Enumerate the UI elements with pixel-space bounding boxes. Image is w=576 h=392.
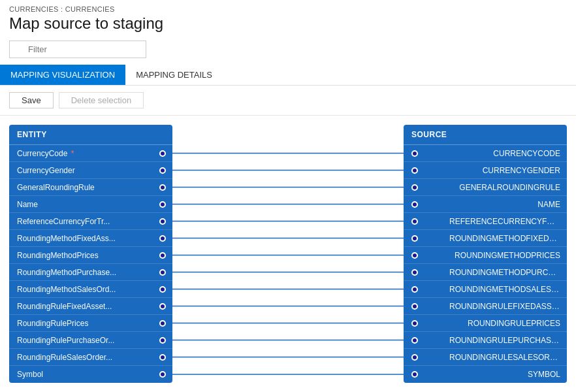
connector-svg bbox=[172, 125, 404, 383]
breadcrumb: CURRENCIES : CURRENCIES bbox=[9, 5, 567, 13]
entity-dot bbox=[159, 303, 166, 310]
source-row: ROUNDINGRULESALESORDER... bbox=[404, 349, 567, 366]
source-dot bbox=[411, 337, 418, 344]
entity-row: CurrencyCode * bbox=[9, 145, 172, 162]
entity-panel-header: ENTITY bbox=[9, 125, 172, 145]
source-dot bbox=[411, 371, 418, 378]
entity-row-label: RoundingRulePrices bbox=[17, 319, 88, 328]
entity-row-label: RoundingMethodPrices bbox=[17, 251, 99, 260]
entity-dot bbox=[159, 167, 166, 174]
entity-row: CurrencyGender bbox=[9, 162, 172, 179]
entity-row: RoundingRuleSalesOrder... bbox=[9, 349, 172, 366]
toolbar: Save Delete selection bbox=[0, 86, 576, 116]
source-dot bbox=[411, 252, 418, 259]
source-row-label: ROUNDINGRULEPRICES bbox=[468, 319, 560, 328]
source-row: SYMBOL bbox=[404, 366, 567, 383]
entity-row-label: RoundingRulePurchaseOr... bbox=[17, 336, 114, 345]
entity-dot bbox=[159, 235, 166, 242]
filter-container: 🔍 bbox=[9, 41, 146, 58]
source-dot bbox=[411, 184, 418, 191]
filter-input[interactable] bbox=[9, 41, 146, 58]
source-dot bbox=[411, 303, 418, 310]
entity-row: ReferenceCurrencyForTr... bbox=[9, 213, 172, 230]
entity-dot bbox=[159, 184, 166, 191]
delete-selection-button[interactable]: Delete selection bbox=[59, 92, 144, 108]
required-indicator: * bbox=[69, 149, 74, 158]
source-row-label: ROUNDINGRULEPURCHASEOR... bbox=[449, 336, 560, 345]
entity-rows: CurrencyCode *CurrencyGenderGeneralRound… bbox=[9, 145, 172, 383]
source-dot bbox=[411, 167, 418, 174]
source-dot bbox=[411, 218, 418, 225]
source-panel-header: SOURCE bbox=[404, 125, 567, 145]
source-row-label: CURRENCYGENDER bbox=[483, 166, 560, 175]
source-dot bbox=[411, 235, 418, 242]
source-row-label: REFERENCECURRENCYFORTR... bbox=[449, 217, 560, 226]
entity-row: RoundingRulePurchaseOr... bbox=[9, 332, 172, 349]
connector-area bbox=[172, 125, 404, 383]
entity-row: GeneralRoundingRule bbox=[9, 179, 172, 196]
entity-row: RoundingMethodPurchase... bbox=[9, 264, 172, 281]
source-dot bbox=[411, 269, 418, 276]
entity-row: Name bbox=[9, 196, 172, 213]
source-rows: CURRENCYCODECURRENCYGENDERGENERALROUNDIN… bbox=[404, 145, 567, 383]
tab-mapping-visualization[interactable]: MAPPING VISUALIZATION bbox=[0, 65, 125, 85]
source-dot bbox=[411, 150, 418, 157]
entity-row-label: ReferenceCurrencyForTr... bbox=[17, 217, 110, 226]
source-row-label: ROUNDINGMETHODSALESORD... bbox=[449, 285, 560, 294]
entity-row: RoundingMethodSalesOrd... bbox=[9, 281, 172, 298]
source-row-label: SYMBOL bbox=[528, 370, 560, 379]
tab-mapping-details[interactable]: MAPPING DETAILS bbox=[125, 65, 223, 85]
entity-dot bbox=[159, 201, 166, 208]
source-panel: SOURCE CURRENCYCODECURRENCYGENDERGENERAL… bbox=[404, 125, 567, 383]
entity-row-label: CurrencyCode * bbox=[17, 149, 74, 158]
source-row: REFERENCECURRENCYFORTR... bbox=[404, 213, 567, 230]
source-row-label: NAME bbox=[537, 200, 560, 209]
entity-row-label: RoundingRuleFixedAsset... bbox=[17, 302, 112, 311]
source-row: ROUNDINGRULEPURCHASEOR... bbox=[404, 332, 567, 349]
page-title: Map source to staging bbox=[9, 14, 567, 33]
source-row: ROUNDINGMETHODPURCHASE... bbox=[404, 264, 567, 281]
source-row: ROUNDINGRULEPRICES bbox=[404, 315, 567, 332]
entity-row-label: RoundingMethodFixedAss... bbox=[17, 234, 116, 243]
source-row-label: GENERALROUNDINGRULE bbox=[459, 183, 560, 192]
entity-dot bbox=[159, 320, 166, 327]
entity-row: RoundingRulePrices bbox=[9, 315, 172, 332]
source-dot bbox=[411, 201, 418, 208]
entity-dot bbox=[159, 371, 166, 378]
source-row-label: ROUNDINGMETHODPRICES bbox=[455, 251, 560, 260]
entity-dot bbox=[159, 354, 166, 361]
entity-row: RoundingRuleFixedAsset... bbox=[9, 298, 172, 315]
source-row-label: ROUNDINGMETHODFIXEDASS... bbox=[449, 234, 560, 243]
source-dot bbox=[411, 354, 418, 361]
source-dot bbox=[411, 320, 418, 327]
source-row: ROUNDINGMETHODSALESORD... bbox=[404, 281, 567, 298]
entity-dot bbox=[159, 252, 166, 259]
entity-row: RoundingMethodPrices bbox=[9, 247, 172, 264]
entity-dot bbox=[159, 269, 166, 276]
source-row-label: ROUNDINGRULESALESORDER... bbox=[449, 353, 560, 362]
entity-row-label: Symbol bbox=[17, 370, 43, 379]
entity-panel: ENTITY CurrencyCode *CurrencyGenderGener… bbox=[9, 125, 172, 383]
entity-row-label: CurrencyGender bbox=[17, 166, 75, 175]
save-button[interactable]: Save bbox=[9, 92, 54, 108]
source-row: ROUNDINGMETHODFIXEDASS... bbox=[404, 230, 567, 247]
entity-row-label: GeneralRoundingRule bbox=[17, 183, 95, 192]
source-row: CURRENCYGENDER bbox=[404, 162, 567, 179]
entity-dot bbox=[159, 337, 166, 344]
entity-row-label: RoundingMethodPurchase... bbox=[17, 268, 116, 277]
source-row-label: ROUNDINGMETHODPURCHASE... bbox=[449, 268, 560, 277]
source-row: ROUNDINGMETHODPRICES bbox=[404, 247, 567, 264]
source-row: GENERALROUNDINGRULE bbox=[404, 179, 567, 196]
source-row: ROUNDINGRULEFIXEDASSET... bbox=[404, 298, 567, 315]
entity-dot bbox=[159, 218, 166, 225]
entity-dot bbox=[159, 150, 166, 157]
entity-row-label: RoundingRuleSalesOrder... bbox=[17, 353, 112, 362]
tabs-bar: MAPPING VISUALIZATION MAPPING DETAILS bbox=[0, 65, 576, 86]
entity-row: RoundingMethodFixedAss... bbox=[9, 230, 172, 247]
entity-row-label: RoundingMethodSalesOrd... bbox=[17, 285, 116, 294]
source-row: CURRENCYCODE bbox=[404, 145, 567, 162]
mapping-area: ENTITY CurrencyCode *CurrencyGenderGener… bbox=[0, 116, 576, 392]
source-dot bbox=[411, 286, 418, 293]
source-row-label: ROUNDINGRULEFIXEDASSET... bbox=[449, 302, 560, 311]
source-row: NAME bbox=[404, 196, 567, 213]
